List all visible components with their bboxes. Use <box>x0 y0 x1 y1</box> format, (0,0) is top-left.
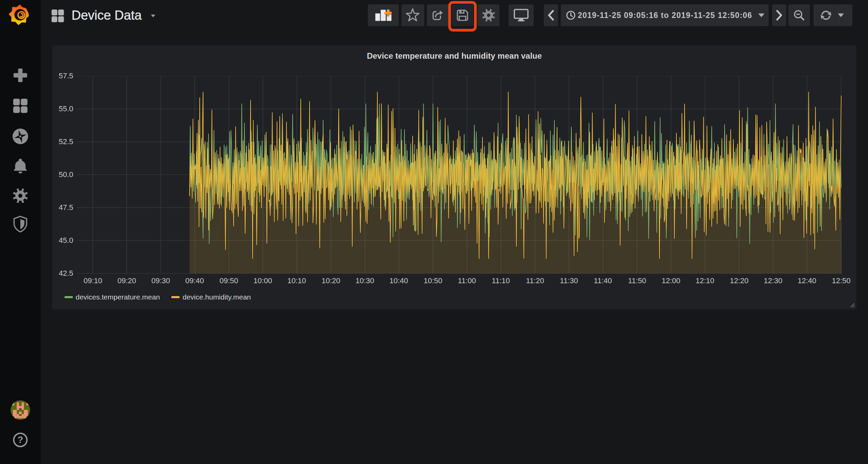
svg-text:?: ? <box>18 435 23 445</box>
